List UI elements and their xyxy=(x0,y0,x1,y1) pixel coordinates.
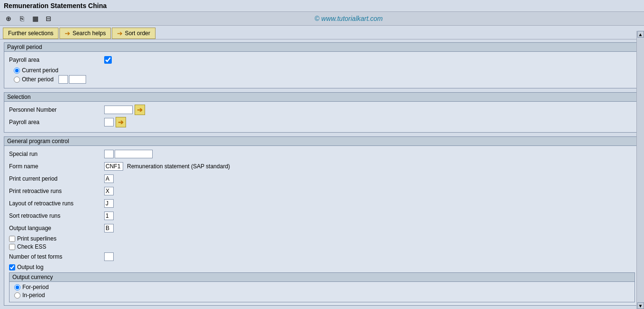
form-name-row: Form name Remuneration statement (SAP st… xyxy=(9,161,635,172)
form-name-description: Remuneration statement (SAP standard) xyxy=(127,163,230,170)
for-period-radio[interactable] xyxy=(14,284,20,290)
scroll-up-button[interactable]: ▲ xyxy=(637,31,644,38)
special-run-label: Special run xyxy=(9,151,104,157)
selection-header: Selection xyxy=(4,93,640,102)
scroll-down-button[interactable]: ▼ xyxy=(637,302,644,309)
other-period-radio[interactable] xyxy=(14,77,20,83)
tab-search-helps[interactable]: ➔ Search helps xyxy=(59,28,111,39)
personnel-number-row: Personnel Number ➔ xyxy=(9,105,635,115)
output-log-label: Output log xyxy=(17,264,43,270)
special-run-input-2[interactable] xyxy=(115,150,153,158)
page-title: Remuneration Statements China xyxy=(4,2,107,10)
toolbar-icon-3[interactable]: ▦ xyxy=(30,14,40,23)
toolbar-icon-1[interactable]: ⊕ xyxy=(4,14,13,23)
payroll-period-header: Payroll period xyxy=(4,43,640,52)
watermark: © www.tutorialkart.com xyxy=(57,15,640,22)
output-log-checkbox[interactable] xyxy=(9,264,15,270)
general-program-header: General program control xyxy=(4,137,640,146)
tab-bar: Further selections ➔ Search helps ➔ Sort… xyxy=(0,26,644,39)
number-of-test-forms-label: Number of test forms xyxy=(9,253,104,260)
print-superlines-label: Print superlines xyxy=(17,235,57,242)
output-language-input[interactable] xyxy=(104,224,114,232)
general-program-section: General program control Special run Form… xyxy=(4,136,640,306)
selection-body: Personnel Number ➔ Payroll area ➔ xyxy=(4,102,640,132)
payroll-area-row: Payroll area xyxy=(9,55,635,65)
print-retroactive-runs-label: Print retroactive runs xyxy=(9,188,104,194)
selection-payroll-area-label: Payroll area xyxy=(9,119,104,126)
other-period-inputs xyxy=(59,75,86,84)
toolbar-icon-2[interactable]: ⎘ xyxy=(17,14,27,23)
output-currency-header: Output currency xyxy=(10,273,634,282)
layout-retroactive-runs-label: Layout of retroactive runs xyxy=(9,200,104,207)
output-currency-section: Output currency For-period In-period xyxy=(9,272,635,302)
special-run-input-1[interactable] xyxy=(104,150,114,158)
further-selections-label: Further selections xyxy=(8,30,53,37)
for-period-row: For-period xyxy=(14,284,630,290)
payroll-period-section: Payroll period Payroll area Current peri… xyxy=(4,42,640,88)
general-program-body: Special run Form name Remuneration state… xyxy=(4,146,640,305)
check-ess-row: Check ESS xyxy=(9,243,635,250)
payroll-period-body: Payroll area Current period Other period xyxy=(4,52,640,88)
special-run-row: Special run xyxy=(9,149,635,159)
in-period-row: In-period xyxy=(14,292,630,299)
other-period-row: Other period xyxy=(9,75,635,84)
payroll-area-checkbox[interactable] xyxy=(104,56,112,64)
selection-payroll-area-nav-icon: ➔ xyxy=(118,118,124,126)
scrollbar-right: ▲ ▼ xyxy=(636,31,644,309)
tab-further-selections[interactable]: Further selections xyxy=(3,28,59,39)
print-current-period-row: Print current period xyxy=(9,174,635,184)
other-period-input-2[interactable] xyxy=(69,75,86,84)
search-helps-label: Search helps xyxy=(72,30,106,37)
toolbar-icon-4[interactable]: ⊟ xyxy=(44,14,53,23)
title-bar: Remuneration Statements China xyxy=(0,0,644,12)
form-name-input[interactable] xyxy=(104,162,123,171)
tab-sort-order[interactable]: ➔ Sort order xyxy=(112,28,155,39)
print-retroactive-runs-input[interactable] xyxy=(104,187,114,195)
print-current-period-input[interactable] xyxy=(104,174,114,183)
print-current-period-label: Print current period xyxy=(9,175,104,182)
main-content: Payroll period Payroll area Current peri… xyxy=(0,39,644,306)
current-period-row: Current period xyxy=(9,67,635,74)
in-period-radio[interactable] xyxy=(14,292,20,299)
selection-payroll-area-input[interactable] xyxy=(104,118,114,126)
output-language-row: Output language xyxy=(9,223,635,233)
check-ess-label: Check ESS xyxy=(17,243,46,250)
current-period-label: Current period xyxy=(22,67,59,74)
number-of-test-forms-input[interactable] xyxy=(104,252,114,261)
for-period-label: For-period xyxy=(22,284,49,290)
payroll-area-label: Payroll area xyxy=(9,57,104,63)
search-helps-arrow-icon: ➔ xyxy=(65,29,70,37)
personnel-number-nav-button[interactable]: ➔ xyxy=(135,105,145,115)
sort-retroactive-runs-label: Sort retroactive runs xyxy=(9,212,104,219)
selection-payroll-area-nav-button[interactable]: ➔ xyxy=(116,117,126,127)
print-retroactive-runs-row: Print retroactive runs xyxy=(9,186,635,196)
other-period-label: Other period xyxy=(22,76,54,83)
output-language-label: Output language xyxy=(9,225,104,232)
in-period-label: In-period xyxy=(22,292,45,299)
layout-retroactive-runs-row: Layout of retroactive runs xyxy=(9,198,635,209)
number-of-test-forms-row: Number of test forms xyxy=(9,251,635,262)
print-superlines-row: Print superlines xyxy=(9,235,635,242)
layout-retroactive-runs-input[interactable] xyxy=(104,199,114,208)
output-currency-body: For-period In-period xyxy=(10,282,634,302)
sort-retroactive-runs-row: Sort retroactive runs xyxy=(9,211,635,221)
current-period-radio[interactable] xyxy=(14,68,20,74)
toolbar: ⊕ ⎘ ▦ ⊟ © www.tutorialkart.com xyxy=(0,12,644,26)
form-name-label: Form name xyxy=(9,163,104,170)
check-ess-checkbox[interactable] xyxy=(9,244,15,250)
other-period-input-1[interactable] xyxy=(59,75,68,84)
sort-order-label: Sort order xyxy=(125,30,150,37)
print-superlines-checkbox[interactable] xyxy=(9,236,15,242)
personnel-number-input[interactable] xyxy=(104,106,133,114)
personnel-number-label: Personnel Number xyxy=(9,106,104,113)
personnel-number-nav-icon: ➔ xyxy=(137,106,143,114)
sort-order-arrow-icon: ➔ xyxy=(117,29,123,37)
selection-section: Selection Personnel Number ➔ Payroll are… xyxy=(4,92,640,133)
selection-payroll-area-row: Payroll area ➔ xyxy=(9,117,635,127)
output-log-row: Output log xyxy=(9,264,635,270)
sort-retroactive-runs-input[interactable] xyxy=(104,212,114,220)
